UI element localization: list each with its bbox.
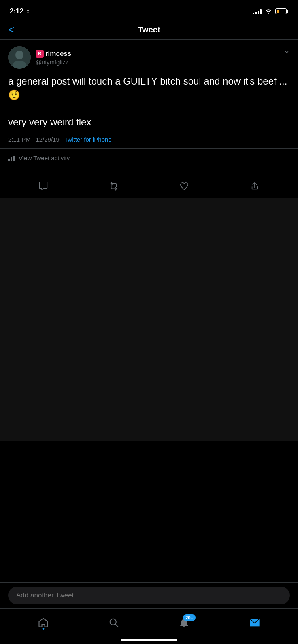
svg-point-1 bbox=[15, 51, 23, 59]
messages-tab[interactable] bbox=[243, 614, 267, 631]
user-handle: @niymfglizz bbox=[36, 59, 71, 66]
signal-bars bbox=[253, 8, 262, 14]
b-badge: B bbox=[36, 50, 44, 58]
battery-icon bbox=[275, 8, 288, 14]
home-icon bbox=[38, 617, 49, 628]
reply-area bbox=[0, 198, 298, 441]
compose-bar bbox=[0, 582, 298, 608]
view-activity-label: View Tweet activity bbox=[19, 155, 70, 161]
nav-title: Tweet bbox=[138, 25, 160, 34]
retweet-icon bbox=[109, 182, 118, 191]
status-icons bbox=[253, 8, 288, 14]
avatar bbox=[8, 46, 31, 69]
action-bar bbox=[0, 174, 298, 198]
status-bar: 2:12 bbox=[0, 0, 298, 20]
display-name-text: rimcess bbox=[45, 50, 71, 58]
notification-badge: 20+ bbox=[183, 614, 196, 621]
tweet-text-part1: a general post will touch a GUILTY bitch… bbox=[8, 76, 287, 100]
user-row: B rimcess @niymfglizz ⌄ bbox=[8, 46, 290, 69]
status-time: 2:12 bbox=[10, 7, 31, 15]
user-info: B rimcess @niymfglizz bbox=[8, 46, 71, 69]
retweet-button[interactable] bbox=[106, 178, 121, 194]
home-active-dot bbox=[43, 628, 45, 630]
tweet-source-link[interactable]: Twitter for iPhone bbox=[64, 136, 112, 143]
like-button[interactable] bbox=[177, 178, 192, 194]
back-button[interactable]: < bbox=[8, 23, 14, 36]
reply-icon bbox=[39, 182, 48, 191]
home-tab[interactable] bbox=[31, 614, 55, 631]
display-name: B rimcess bbox=[36, 50, 71, 58]
share-icon bbox=[250, 182, 259, 191]
username-block: B rimcess @niymfglizz bbox=[36, 50, 71, 66]
wifi-icon bbox=[265, 8, 272, 14]
like-icon bbox=[180, 182, 189, 191]
chevron-down-icon[interactable]: ⌄ bbox=[284, 46, 290, 55]
mail-icon bbox=[249, 617, 260, 628]
nav-bar: < Tweet bbox=[0, 20, 298, 40]
view-activity[interactable]: View Tweet activity bbox=[0, 149, 298, 167]
activity-icon bbox=[8, 155, 15, 161]
search-tab[interactable] bbox=[102, 614, 126, 631]
tweet-container: B rimcess @niymfglizz ⌄ a general post w… bbox=[0, 40, 298, 174]
notifications-tab[interactable]: 20+ bbox=[172, 614, 196, 631]
search-icon bbox=[108, 617, 119, 628]
home-indicator bbox=[121, 639, 177, 641]
tweet-text: a general post will touch a GUILTY bitch… bbox=[8, 74, 290, 129]
tweet-text-part2: very very weird flex bbox=[8, 117, 91, 127]
tweet-timestamp: 2:11 PM · 12/29/19 · bbox=[8, 136, 64, 143]
reply-button[interactable] bbox=[36, 178, 51, 194]
share-button[interactable] bbox=[247, 178, 262, 194]
compose-input[interactable] bbox=[8, 587, 290, 604]
location-icon bbox=[25, 8, 31, 14]
tweet-meta: 2:11 PM · 12/29/19 · Twitter for iPhone bbox=[8, 136, 290, 143]
